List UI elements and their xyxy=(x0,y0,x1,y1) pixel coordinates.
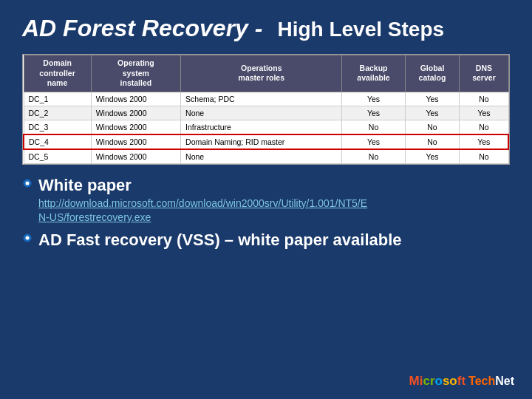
slide-container: AD Forest Recovery - High Level Steps Do… xyxy=(0,0,532,399)
table-cell: Windows 2000 xyxy=(91,120,180,134)
table-cell: No xyxy=(460,149,508,164)
table-cell: Yes xyxy=(342,106,405,120)
bullet-icon-2 xyxy=(22,233,33,243)
ms-logo-microsoft: Microsoft xyxy=(409,373,466,389)
table-cell: Yes xyxy=(460,106,508,120)
table-cell: Windows 2000 xyxy=(91,106,180,120)
table-cell: Yes xyxy=(405,106,460,120)
table-cell: No xyxy=(405,120,460,134)
table-row: DC_2Windows 2000NoneYesYesYes xyxy=(24,106,508,120)
col-header-dns: DNSserver xyxy=(460,55,508,92)
table-cell: No xyxy=(460,92,508,106)
bullet-section: White paper http://download.microsoft.co… xyxy=(22,175,510,250)
col-header-global: Globalcatalog xyxy=(405,55,460,92)
table-cell: Yes xyxy=(342,92,405,106)
table-cell: DC_5 xyxy=(24,149,91,164)
table-cell: Windows 2000 xyxy=(91,134,180,149)
bullet-link-1[interactable]: http://download.microsoft.com/download/w… xyxy=(38,197,367,225)
table-cell: DC_1 xyxy=(24,92,91,106)
col-header-dc: Domaincontrollername xyxy=(24,55,91,92)
table-cell: Yes xyxy=(405,92,460,106)
table-cell: DC_2 xyxy=(24,106,91,120)
table-cell: Yes xyxy=(405,149,460,164)
bullet-item-2: AD Fast recovery (VSS) – white paper ava… xyxy=(22,230,510,251)
table-cell: Yes xyxy=(460,134,508,149)
ms-logo-product: TechNet xyxy=(468,375,514,388)
table-row: DC_3Windows 2000InfrastructureNoNoNo xyxy=(24,120,508,134)
table-cell: Windows 2000 xyxy=(91,149,180,164)
table-cell: No xyxy=(405,134,460,149)
bullet-text-2: AD Fast recovery (VSS) – white paper ava… xyxy=(38,230,402,251)
col-header-roles: Operationsmaster roles xyxy=(181,55,342,92)
table-cell: DC_4 xyxy=(24,134,91,149)
table-header-row: Domaincontrollername Operatingsysteminst… xyxy=(24,55,508,92)
title-sub: High Level Steps xyxy=(277,18,444,41)
table-row: DC_5Windows 2000NoneNoYesNo xyxy=(24,149,508,164)
table-cell: No xyxy=(342,149,405,164)
title-main: AD Forest Recovery - xyxy=(22,15,262,42)
bullet-icon-1 xyxy=(22,178,33,188)
table-cell: Infrastructure xyxy=(181,120,342,134)
table-cell: None xyxy=(181,149,342,164)
table-cell: None xyxy=(181,106,342,120)
table-cell: Windows 2000 xyxy=(91,92,180,106)
table-cell: No xyxy=(342,120,405,134)
table-cell: Domain Naming; RID master xyxy=(181,134,342,149)
ms-logo: Microsoft TechNet xyxy=(409,373,514,389)
table-cell: No xyxy=(460,120,508,134)
bullet-text-1: White paper xyxy=(38,175,367,197)
dc-table: Domaincontrollername Operatingsysteminst… xyxy=(23,55,509,164)
table-row: DC_4Windows 2000Domain Naming; RID maste… xyxy=(24,134,508,149)
table-cell: Schema; PDC xyxy=(181,92,342,106)
col-header-os: Operatingsysteminstalled xyxy=(91,55,180,92)
svg-point-3 xyxy=(26,236,30,239)
table-cell: Yes xyxy=(342,134,405,149)
bullet-item-1: White paper http://download.microsoft.co… xyxy=(22,175,510,225)
data-table-wrapper: Domaincontrollername Operatingsysteminst… xyxy=(22,54,510,165)
table-row: DC_1Windows 2000Schema; PDCYesYesNo xyxy=(24,92,508,106)
svg-point-1 xyxy=(26,181,30,185)
title-bar: AD Forest Recovery - High Level Steps xyxy=(22,15,510,42)
col-header-backup: Backupavailable xyxy=(342,55,405,92)
table-cell: DC_3 xyxy=(24,120,91,134)
